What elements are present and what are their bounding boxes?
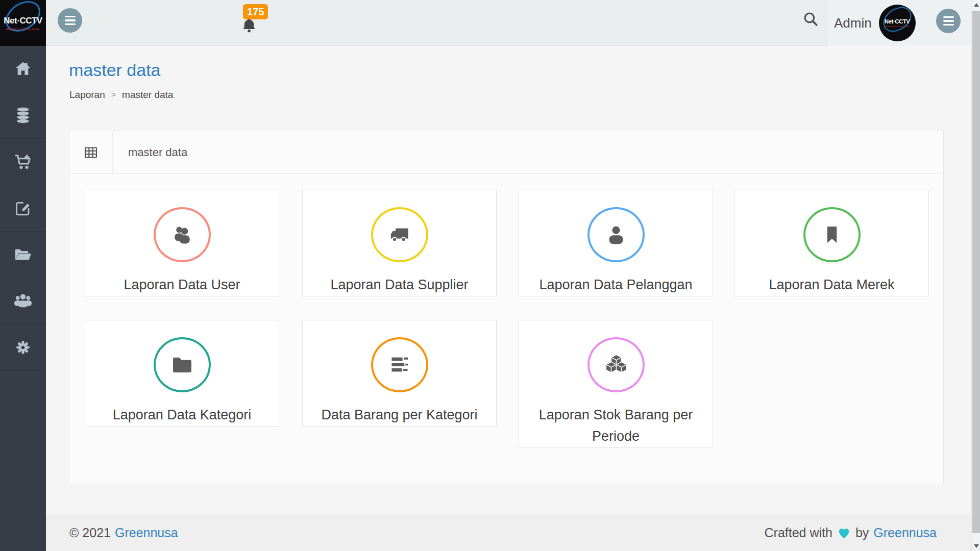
control-sidebar-toggle-button[interactable] xyxy=(936,9,961,33)
tile-circle xyxy=(803,207,861,262)
scrollbar-down-arrow[interactable] xyxy=(972,542,980,550)
hamburger-icon xyxy=(65,16,76,26)
tile-circle xyxy=(371,207,428,262)
panel-header: master data xyxy=(69,131,943,174)
sidebar-item-settings[interactable] xyxy=(0,324,46,371)
truck-icon xyxy=(387,222,412,247)
user-friends-icon xyxy=(170,222,194,247)
folder-open-icon xyxy=(13,245,33,264)
footer-copyright-link[interactable]: Greennusa xyxy=(115,525,178,540)
tasks-icon xyxy=(387,353,412,377)
folder-icon xyxy=(170,353,194,377)
page-footer: © 2021 Greennusa Crafted with by Greennu… xyxy=(46,514,971,551)
tile-circle xyxy=(371,337,428,392)
tile-label: Laporan Data Kategori xyxy=(100,405,265,426)
notifications-button[interactable]: 175 xyxy=(238,3,274,39)
tile-circle xyxy=(154,207,211,262)
database-icon xyxy=(14,106,32,124)
sidebar-item-laporan[interactable] xyxy=(0,232,46,278)
tile-laporan-data-pelanggan[interactable]: Laporan Data Pelanggan xyxy=(519,190,713,296)
sidebar-item-transaction[interactable] xyxy=(0,185,46,232)
page-title: master data xyxy=(69,60,161,80)
breadcrumb-current: master data xyxy=(122,89,173,101)
notification-count-badge: 175 xyxy=(243,4,268,19)
app-root: Net·CCTV Networking & Security System 17… xyxy=(0,0,980,551)
top-navbar: Net·CCTV Networking & Security System 17… xyxy=(0,0,980,46)
sidebar-item-cart[interactable] xyxy=(0,139,46,185)
tile-label: Laporan Stok Barang per Periode xyxy=(519,405,713,447)
footer-credit-link[interactable]: Greennusa xyxy=(873,525,937,540)
user-name-label: Admin xyxy=(834,15,872,31)
heart-icon xyxy=(837,526,851,540)
breadcrumb-separator: > xyxy=(111,90,116,99)
user-menu[interactable]: Admin Net·CCTV Networking & Security Sys… xyxy=(834,0,916,46)
gear-icon xyxy=(14,338,32,357)
cart-plus-icon xyxy=(13,152,33,171)
left-sidebar xyxy=(0,46,46,551)
brand-name: Net·CCTV xyxy=(4,16,42,26)
tile-label: Laporan Data Merek xyxy=(755,274,908,296)
home-icon xyxy=(14,60,32,78)
avatar: Net·CCTV Networking & Security System xyxy=(879,5,916,41)
tile-laporan-data-supplier[interactable]: Laporan Data Supplier xyxy=(302,190,497,296)
crafted-by-text: by xyxy=(855,525,869,540)
copyright-text: © 2021 xyxy=(69,525,111,540)
sidebar-item-master-data[interactable] xyxy=(0,92,46,139)
avatar-brand-tagline: Networking & Security System xyxy=(885,26,909,28)
scrollbar-thumb[interactable] xyxy=(972,11,980,533)
table-icon xyxy=(83,145,99,160)
tile-laporan-data-merek[interactable]: Laporan Data Merek xyxy=(734,190,929,296)
triangle-up-icon xyxy=(974,3,979,7)
hamburger-icon xyxy=(943,16,954,26)
breadcrumb: Laporan > master data xyxy=(69,89,173,101)
breadcrumb-parent[interactable]: Laporan xyxy=(69,89,105,101)
user-icon xyxy=(604,222,628,247)
tile-label: Data Barang per Kategori xyxy=(308,405,491,426)
tile-data-barang-per-kategori[interactable]: Data Barang per Kategori xyxy=(302,320,497,427)
sidebar-item-users[interactable] xyxy=(0,278,46,324)
footer-credit: Crafted with by Greennusa xyxy=(765,514,937,551)
edit-icon xyxy=(14,199,32,217)
tile-label: Laporan Data Pelanggan xyxy=(526,274,705,296)
tile-label: Laporan Data User xyxy=(110,274,253,296)
main-content: master data Laporan > master data master… xyxy=(46,46,971,514)
tile-circle xyxy=(154,337,211,392)
avatar-brand-name: Net·CCTV xyxy=(885,18,910,24)
brand-logo[interactable]: Net·CCTV Networking & Security System xyxy=(0,0,46,46)
tile-laporan-data-user[interactable]: Laporan Data User xyxy=(85,190,279,296)
tile-label: Laporan Data Supplier xyxy=(317,274,481,296)
cubes-icon xyxy=(604,353,628,377)
panel-header-icon-cell xyxy=(69,131,113,174)
search-button[interactable] xyxy=(800,9,821,30)
tile-laporan-data-kategori[interactable]: Laporan Data Kategori xyxy=(85,320,279,427)
tile-circle xyxy=(587,337,645,392)
tile-laporan-stok-barang-per-periode[interactable]: Laporan Stok Barang per Periode xyxy=(519,320,713,448)
scrollbar-up-arrow[interactable] xyxy=(972,1,980,9)
search-icon xyxy=(802,10,819,28)
sidebar-item-home[interactable] xyxy=(0,46,46,92)
users-icon xyxy=(13,291,33,311)
sidebar-toggle-button[interactable] xyxy=(58,8,82,33)
panel-title: master data xyxy=(128,131,187,174)
tile-circle xyxy=(587,207,645,262)
vertical-scrollbar xyxy=(971,0,980,551)
master-data-panel: master data Laporan Data User xyxy=(69,131,944,484)
brand-tagline: Networking & Security System xyxy=(6,28,40,31)
triangle-down-icon xyxy=(974,544,979,548)
crafted-text: Crafted with xyxy=(765,525,832,540)
bookmark-icon xyxy=(820,223,844,246)
footer-copyright: © 2021 Greennusa xyxy=(69,514,178,551)
